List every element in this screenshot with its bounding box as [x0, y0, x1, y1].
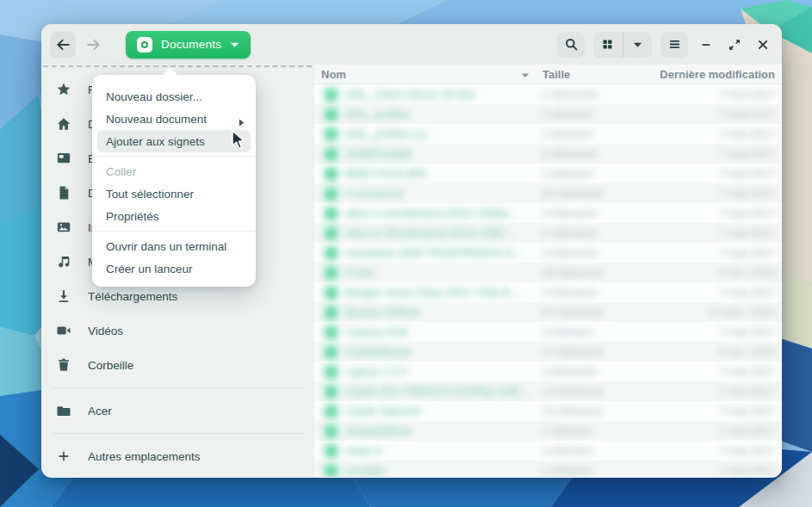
file-modified-date: 7 mai 2017: [720, 424, 775, 437]
file-row[interactable]: Candidatures17 éléments9 oct. 2020: [314, 342, 782, 362]
file-modified-date: 7 mai 2017: [720, 88, 775, 101]
context-menu-list: Nouveau dossier...Nouveau documentAjoute…: [92, 85, 256, 280]
file-row-content: $RECYCLE.BIN1 élément7 mai 2017: [314, 164, 782, 183]
file-name: Anastasia 1999 TRUEFRENCH D...: [345, 246, 523, 259]
file-row[interactable]: GNL_profiles1 élément7 mai 2017: [314, 104, 782, 124]
view-options-button[interactable]: [623, 32, 653, 58]
file-modified-date: 7 mai 2017: [720, 108, 775, 121]
file-name: À trier: [345, 266, 375, 279]
file-row-content: À trier28 éléments9 oct. 2018: [314, 263, 782, 282]
folder-icon: [325, 266, 338, 279]
file-modified-date: 9 oct. 2020: [720, 345, 775, 358]
back-button[interactable]: [50, 32, 76, 58]
menu-item-cr-er-un-lanceur[interactable]: Créer un lanceur: [92, 257, 256, 280]
file-modified-date: 7 mai 2017: [720, 325, 775, 338]
file-row-content: combite1 élément7 mai 2017: [314, 461, 782, 477]
sidebar-item-label: Corbeille: [88, 359, 133, 372]
file-name: Castle Saison4: [345, 405, 420, 417]
column-header-modified[interactable]: Dernière modification: [660, 68, 775, 81]
sidebar-separator: [52, 433, 304, 434]
menu-item-propri-t-s[interactable]: Propriétés: [92, 205, 256, 227]
close-button[interactable]: [753, 34, 773, 55]
file-row[interactable]: $RECYCLE.BIN1 élément7 mai 2017: [314, 164, 782, 183]
image-icon: [53, 219, 74, 235]
file-row-content: GNL_profiles1 élément7 mai 2017: [314, 104, 782, 124]
file-row[interactable]: caprey 2.0.02 éléments7 mai 2017: [314, 362, 782, 381]
current-folder-button[interactable]: Documents: [126, 31, 251, 59]
file-row[interactable]: Camera Roll1 élément7 mai 2017: [314, 322, 782, 342]
grid-view-button[interactable]: [593, 32, 623, 58]
column-header-name[interactable]: Nom: [321, 68, 346, 81]
sidebar-item-autres-emplacements[interactable]: Autres emplacements: [41, 439, 314, 473]
file-row[interactable]: Anastasia 1999 TRUEFRENCH D...2 éléments…: [314, 243, 782, 263]
sidebar-item-label: Acer: [88, 405, 112, 417]
forward-button[interactable]: [81, 32, 107, 58]
home-icon: [53, 116, 74, 132]
file-row[interactable]: Castle Saison423 éléments7 mai 2017: [314, 401, 782, 421]
file-name: Candidatures: [345, 345, 412, 358]
file-modified-date: 7 mai 2017: [720, 286, 775, 299]
file-row[interactable]: 2048Portable2 éléments7 mai 2017: [314, 144, 782, 164]
column-header-size[interactable]: Taille: [542, 68, 570, 81]
file-row[interactable]: alice in wonderland (2010 1080p...2 élém…: [314, 203, 782, 223]
app-menu-button[interactable]: [660, 32, 688, 58]
file-row[interactable]: Castle S01 FRENCH DVDRip XviD...12 éléme…: [314, 381, 782, 401]
file-size: 30 éléments: [542, 187, 604, 200]
file-modified-date: 7 mai 2017: [720, 246, 775, 259]
maximize-icon: [727, 37, 742, 53]
file-name: Camera Roll: [345, 325, 407, 338]
folder-icon: [325, 147, 338, 160]
menu-item-nouveau-document[interactable]: Nouveau document: [92, 108, 256, 130]
sidebar-separator: [52, 387, 304, 388]
file-size: 1 élément: [542, 424, 592, 437]
chevron-down-icon: [633, 41, 642, 48]
file-row[interactable]: combite1 élément7 mai 2017: [314, 461, 782, 477]
sidebar-item-label: Téléchargements: [88, 290, 177, 303]
sidebar-item-label: Autres emplacements: [88, 450, 201, 463]
file-modified-date: 7 mai 2017: [720, 385, 775, 398]
file-row[interactable]: Bureau Hélène47 éléments17 janv. 2021: [314, 302, 782, 322]
star-icon: [53, 82, 74, 97]
file-name: $RECYCLE.BIN: [345, 167, 426, 180]
file-row-content: A conserver30 éléments7 mai 2017: [314, 183, 782, 203]
plus-icon: [53, 448, 74, 464]
file-size: 12 éléments: [542, 385, 604, 398]
sidebar-item-acer[interactable]: Acer: [41, 393, 314, 428]
file-row[interactable]: A conserver30 éléments7 mai 2017: [314, 183, 782, 203]
menu-item-label: Créer un lanceur: [106, 263, 193, 275]
minimize-button[interactable]: [696, 34, 716, 55]
file-row[interactable]: GNL_profiles (1)1 élément7 mai 2017: [314, 124, 782, 144]
search-button[interactable]: [557, 32, 585, 58]
file-row[interactable]: Alice in Wonderland (2010 1080...2 éléme…: [314, 223, 782, 243]
file-size: 1 élément: [542, 167, 592, 180]
file-modified-date: 7 mai 2017: [720, 167, 775, 180]
file-row[interactable]: clean It1 élément7 mai 2017: [314, 441, 782, 461]
file-row[interactable]: À trier28 éléments9 oct. 2018: [314, 263, 782, 282]
maximize-button[interactable]: [724, 34, 745, 55]
folder-icon: [325, 306, 338, 318]
folder-icon: [325, 226, 338, 239]
folder-icon: [325, 345, 338, 358]
sidebar-item-vid-os[interactable]: Vidéos: [41, 313, 314, 348]
folder-icon: [325, 286, 338, 299]
sidebar-item-corbeille[interactable]: Corbeille: [41, 348, 314, 382]
folder-icon: [325, 88, 338, 101]
file-row-content: Bridget Jones Diary 2001 720p B...2 élém…: [314, 282, 782, 302]
folder-icon: [325, 385, 338, 398]
file-row[interactable]: GNL_Client Server 64 bits2 éléments7 mai…: [314, 84, 782, 104]
file-row[interactable]: Bridget Jones Diary 2001 720p B...2 élém…: [314, 282, 782, 302]
menu-item-ajouter-aux-signets[interactable]: Ajouter aux signets: [97, 130, 251, 152]
menu-item-label: Tout sélectionner: [106, 188, 194, 201]
menu-item-tout-s-lectionner[interactable]: Tout sélectionner: [92, 182, 256, 205]
menu-item-ouvrir-dans-un-terminal[interactable]: Ouvrir dans un terminal: [92, 235, 256, 257]
file-size: 2 éléments: [542, 207, 598, 219]
file-row[interactable]: cheetahMiraz1 élément7 mai 2017: [314, 421, 782, 441]
grid-view-icon: [601, 38, 614, 51]
file-row-content: GNL_Client Server 64 bits2 éléments7 mai…: [314, 84, 782, 104]
file-modified-date: 7 mai 2017: [720, 207, 775, 219]
current-folder-label: Documents: [161, 38, 221, 51]
menu-item-nouveau-dossier-[interactable]: Nouveau dossier...: [92, 85, 256, 108]
file-modified-date: 7 mai 2017: [720, 405, 775, 417]
submenu-arrow-icon: [239, 116, 245, 129]
menu-item-coller: Coller: [92, 160, 256, 182]
